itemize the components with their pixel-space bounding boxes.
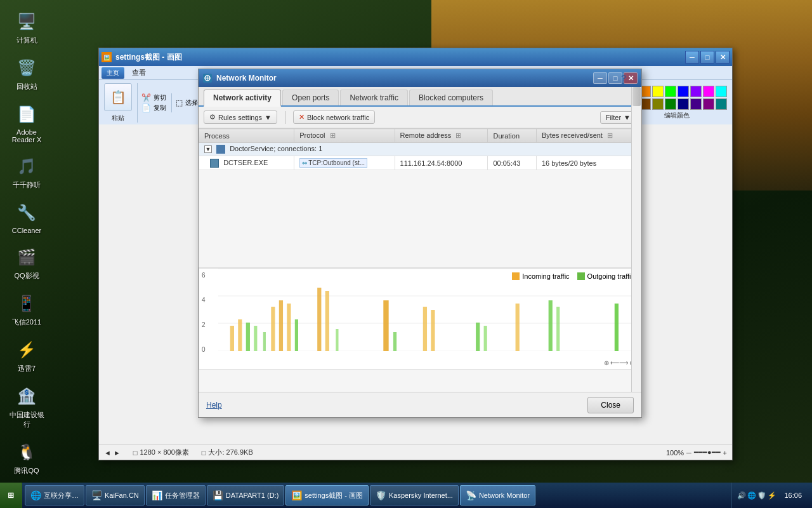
paint-size-label: 1280 × 800像素 xyxy=(140,448,188,457)
process-cell: DCTSER.EXE xyxy=(199,156,294,170)
nm-minimize-button[interactable]: ─ xyxy=(593,72,607,84)
adobe-icon-label: Adobe Reader X xyxy=(9,128,44,144)
paste-button[interactable]: 📋 xyxy=(104,83,132,111)
desktop-icon-qqplayer[interactable]: 🎬 QQ影视 xyxy=(6,242,47,283)
desktop-icon-ccleaner[interactable]: 🔧 CCleaner xyxy=(6,197,47,237)
remote-address-expand-icon[interactable]: ⊞ xyxy=(455,131,461,139)
taskbar-item-datapart[interactable]: 💾 DATAPART1 (D:) xyxy=(207,485,285,505)
paint-maximize-button[interactable]: □ xyxy=(700,51,714,64)
color-green[interactable] xyxy=(665,86,676,97)
desktop-icon-feixin[interactable]: 📱 飞信2011 xyxy=(6,288,47,330)
group-collapse-icon[interactable]: ▼ xyxy=(204,145,212,153)
svg-rect-15 xyxy=(383,300,388,351)
block-traffic-button[interactable]: ✕ Block network traffic xyxy=(293,110,375,124)
svg-rect-22 xyxy=(295,319,298,351)
color-purple[interactable] xyxy=(690,86,702,97)
scrollbar-thumb[interactable] xyxy=(632,87,641,106)
zoom-in-button[interactable]: + xyxy=(723,449,727,457)
taskbar-item-hulian[interactable]: 🌐 互联分享… xyxy=(25,485,84,505)
nm-table-wrapper[interactable]: Process Protocol ⊞ Remote address ⊞ Dura… xyxy=(199,128,641,268)
color-navy[interactable] xyxy=(678,98,689,110)
color-darkgreen[interactable] xyxy=(665,98,676,110)
kaspersky-icon: 🛡️ xyxy=(376,490,386,500)
copy-button[interactable]: 📄 复制 xyxy=(141,104,166,112)
tab-network-traffic[interactable]: Network traffic xyxy=(340,90,407,105)
protocol-expand-icon[interactable]: ⊞ xyxy=(330,131,336,139)
svg-rect-21 xyxy=(263,332,266,351)
nm-help-icon[interactable]: ? xyxy=(621,73,626,83)
desktop-icon-computer[interactable]: 🖥️ 计算机 xyxy=(6,6,47,48)
taskbar-item-kaspersky[interactable]: 🛡️ Kaspersky Internet... xyxy=(370,485,459,505)
filter-label: Filter xyxy=(606,114,621,121)
desktop-icon-qiansijing[interactable]: 🎵 千千静听 xyxy=(6,151,47,192)
paint-filesize-label: 大小: 276.9KB xyxy=(208,448,252,457)
tray-icon-1[interactable]: 🔊 xyxy=(737,491,746,500)
paint-view-menu[interactable]: 查看 xyxy=(132,68,146,77)
xunlei-icon-label: 迅雷7 xyxy=(18,364,36,373)
taskbar-item-paint[interactable]: 🖼️ settings截图 - 画图 xyxy=(285,485,369,505)
cut-button[interactable]: ✂️ 剪切 xyxy=(141,93,166,102)
tray-icon-3[interactable]: 🛡️ xyxy=(757,491,766,500)
paint-home-btn[interactable]: 主页 xyxy=(102,67,124,79)
yaxis-4: 4 xyxy=(202,297,216,304)
tray-icon-2[interactable]: 🌐 xyxy=(747,491,756,500)
qq-icon: 🐧 xyxy=(14,439,39,465)
zoom-in-chart-button[interactable]: ⊕ xyxy=(604,359,609,366)
desktop: 🖥️ 计算机 🗑️ 回收站 📄 Adobe Reader X 🎵 千千静听 🔧 … xyxy=(0,0,812,508)
tab-blocked-computers[interactable]: Blocked computers xyxy=(409,90,493,105)
nm-maximize-button[interactable]: □ xyxy=(608,72,622,84)
svg-rect-24 xyxy=(393,332,396,351)
paint-close-button[interactable]: ✕ xyxy=(716,51,730,64)
desktop-icon-xunlei[interactable]: ⚡ 迅雷7 xyxy=(6,335,47,376)
rules-settings-button[interactable]: ⚙ Rules settings ▼ xyxy=(204,110,277,124)
col-remote-address: Remote address ⊞ xyxy=(395,129,488,143)
paint-dimensions: □ 1280 × 800像素 xyxy=(133,448,189,457)
taskbar-item-taskmgr[interactable]: 📊 任务管理器 xyxy=(146,485,206,505)
duration-cell: 00:05:43 xyxy=(488,156,536,170)
desktop-icon-bank[interactable]: 🏦 中国建设银行 xyxy=(6,381,47,432)
color-olive[interactable] xyxy=(652,98,664,110)
zoom-slider[interactable]: ━━━●━━ xyxy=(694,448,721,457)
tab-network-activity[interactable]: Network activity xyxy=(204,90,281,107)
desktop-icon-recycle[interactable]: 🗑️ 回收站 xyxy=(6,53,47,94)
protocol-cell: ⇔ TCP:Outbound (st... xyxy=(294,156,395,170)
toolbar-separator xyxy=(285,111,285,124)
svg-rect-29 xyxy=(615,304,619,351)
recycle-icon: 🗑️ xyxy=(14,55,39,81)
color-blue[interactable] xyxy=(678,86,689,97)
desktop-icons: 🖥️ 计算机 🗑️ 回收站 📄 Adobe Reader X 🎵 千千静听 🔧 … xyxy=(6,6,47,508)
bytes-expand-icon[interactable]: ⊞ xyxy=(607,131,613,139)
color-yellow[interactable] xyxy=(652,86,664,97)
nm-help-button[interactable]: Help xyxy=(206,401,222,410)
table-row[interactable]: DCTSER.EXE ⇔ TCP:Outbound (st... 111.161… xyxy=(199,156,641,170)
svg-rect-25 xyxy=(476,323,480,351)
nm-scrollbar[interactable] xyxy=(631,87,641,392)
datapart-icon: 💾 xyxy=(213,490,223,500)
taskbar-item-netmonitor[interactable]: 📡 Network Monitor xyxy=(460,485,535,505)
paint-minimize-button[interactable]: ─ xyxy=(685,51,699,64)
taskbar-item-kaifan[interactable]: 🖥️ KaiFan.CN xyxy=(86,485,145,505)
color-teal[interactable] xyxy=(716,98,727,110)
svg-rect-28 xyxy=(556,307,560,351)
nm-close-button[interactable]: Close xyxy=(587,397,634,413)
start-button[interactable]: ⊞ xyxy=(0,483,22,508)
sys-tray: 🔊 🌐 🛡️ ⚡ xyxy=(737,491,776,500)
zoom-out-button[interactable]: ─ xyxy=(686,449,691,457)
desktop-icon-adobe[interactable]: 📄 Adobe Reader X xyxy=(6,99,47,146)
tab-open-ports[interactable]: Open ports xyxy=(282,90,339,105)
protocol-value: TCP:Outbound (st... xyxy=(308,159,365,166)
nm-window-title: Network Monitor xyxy=(216,74,593,83)
yaxis-0: 0 xyxy=(202,346,216,353)
select-button[interactable]: ⬚ 选择 xyxy=(176,98,198,107)
clock-time: 16:06 xyxy=(784,491,802,499)
color-cyan[interactable] xyxy=(716,86,727,97)
color-magenta[interactable] xyxy=(703,86,714,97)
color-indigo[interactable] xyxy=(690,98,702,110)
svg-rect-14 xyxy=(325,291,329,351)
svg-rect-9 xyxy=(238,319,242,351)
taskbar-items: 🌐 互联分享… 🖥️ KaiFan.CN 📊 任务管理器 💾 DATAPART1… xyxy=(22,483,731,508)
tray-icon-4[interactable]: ⚡ xyxy=(768,491,776,500)
desktop-icon-qq[interactable]: 🐧 腾讯QQ xyxy=(6,437,47,478)
filter-dropdown-icon: ▼ xyxy=(624,114,631,121)
color-violet[interactable] xyxy=(703,98,714,110)
